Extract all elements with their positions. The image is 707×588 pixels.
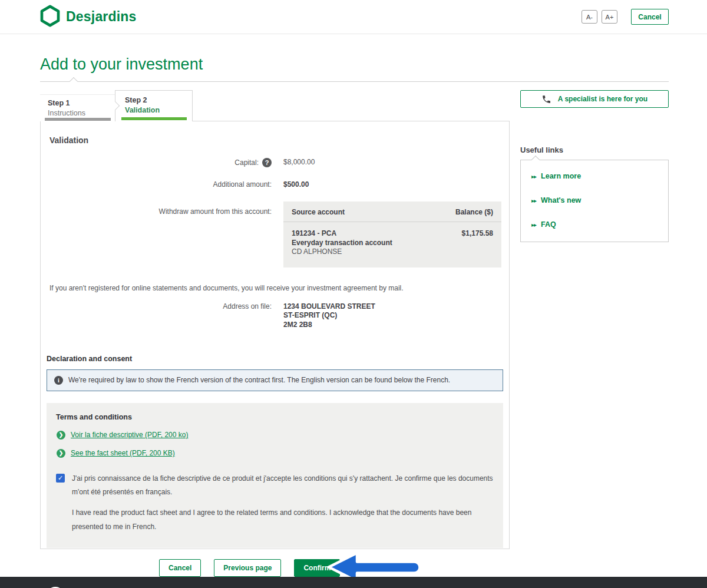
- link-arrow-icon: ❯: [57, 431, 65, 440]
- info-icon: i: [54, 376, 63, 385]
- fact-sheet-link-fr-row: ❯ Voir la fiche descriptive (PDF, 200 ko…: [57, 431, 494, 440]
- balance-column-header: Balance ($): [455, 208, 493, 216]
- account-number: 191234 - PCA: [292, 229, 392, 239]
- previous-page-button[interactable]: Previous page: [214, 559, 281, 577]
- desjardins-hexagon-icon: [40, 5, 60, 29]
- consent-text-english: I have read the product fact sheet and I…: [72, 506, 494, 534]
- fact-sheet-link-en-row: ❯ See the fact sheet (PDF, 200 KB): [57, 449, 494, 458]
- source-account-table: Source account Balance ($) 191234 - PCA …: [283, 201, 501, 267]
- account-balance: $1,175.58: [462, 229, 493, 257]
- tab-step-number: Step 1: [48, 99, 115, 107]
- capital-row: Capital: ? $8,000.00: [41, 158, 509, 167]
- tab1-progress-bar: [45, 118, 111, 121]
- legal-info-banner: i We're required by law to show the Fren…: [47, 369, 503, 391]
- validation-heading: Validation: [49, 136, 509, 145]
- address-line-1: 1234 BOULEVARD STREET: [283, 302, 375, 312]
- account-holder: CD ALPHONSE: [292, 247, 392, 257]
- source-account-column-header: Source account: [292, 208, 345, 216]
- useful-link-whats-new[interactable]: ▸▸ What's new: [531, 196, 658, 204]
- useful-links-heading: Useful links: [520, 146, 669, 154]
- additional-amount-value: $500.00: [283, 180, 309, 189]
- main-content: Add to your investment Step 1 Instructio…: [0, 34, 707, 577]
- address-line-3: 2M2 2B8: [283, 321, 375, 330]
- mail-notice-text: If you aren't registered for online stat…: [49, 284, 500, 292]
- table-row: 191234 - PCA Everyday transaction accoun…: [283, 222, 501, 267]
- useful-link-learn-more[interactable]: ▸▸ Learn more: [531, 172, 658, 180]
- top-bar: Desjardins A- A+ Cancel: [0, 0, 707, 34]
- action-buttons: Cancel Previous page Confirm: [159, 559, 510, 577]
- account-type: Everyday transaction account: [292, 239, 392, 248]
- tab-step-label: Instructions: [48, 109, 115, 117]
- useful-link-label: Learn more: [541, 172, 581, 180]
- tab2-progress-bar: [121, 117, 187, 120]
- terms-section: Terms and conditions ❯ Voir la fiche des…: [47, 403, 503, 549]
- tab-step1-instructions[interactable]: Step 1 Instructions: [40, 94, 115, 121]
- header-cancel-button[interactable]: Cancel: [631, 9, 669, 25]
- legal-info-text: We're required by law to show the French…: [68, 376, 450, 384]
- additional-amount-label: Additional amount:: [213, 180, 272, 189]
- desjardins-logo[interactable]: Desjardins: [40, 5, 137, 29]
- link-arrow-icon: ❯: [57, 449, 65, 458]
- specialist-button-label: A specialist is here for you: [558, 95, 647, 103]
- withdraw-account-row: Withdraw amount from this account: Sourc…: [41, 201, 509, 267]
- specialist-button[interactable]: A specialist is here for you: [520, 90, 669, 108]
- tab-step2-validation[interactable]: Step 2 Validation: [115, 90, 193, 121]
- double-arrow-icon: ▸▸: [531, 197, 536, 204]
- double-arrow-icon: ▸▸: [531, 222, 536, 228]
- font-size-increase-button[interactable]: A+: [602, 10, 617, 24]
- additional-amount-row: Additional amount: $500.00: [41, 180, 509, 189]
- consent-checkbox[interactable]: ✓: [56, 474, 65, 483]
- withdraw-account-label: Withdraw amount from this account:: [159, 207, 272, 216]
- address-label: Address on file:: [223, 302, 272, 310]
- useful-links-box: ▸▸ Learn more ▸▸ What's new ▸▸ FAQ: [520, 160, 669, 242]
- fact-sheet-link-fr[interactable]: Voir la fiche descriptive (PDF, 200 ko): [71, 431, 188, 439]
- address-row: Address on file: 1234 BOULEVARD STREET S…: [41, 302, 509, 330]
- declaration-heading: Declaration and consent: [47, 355, 509, 363]
- capital-value: $8,000.00: [283, 158, 315, 167]
- consent-text-french: J'ai pris connaissance de la fiche descr…: [72, 472, 494, 500]
- cancel-button[interactable]: Cancel: [159, 559, 201, 577]
- useful-link-label: FAQ: [541, 220, 556, 229]
- phone-icon: [541, 94, 551, 104]
- useful-link-faq[interactable]: ▸▸ FAQ: [531, 220, 658, 229]
- font-size-decrease-button[interactable]: A-: [582, 10, 597, 24]
- double-arrow-icon: ▸▸: [531, 173, 536, 180]
- address-line-2: ST-ESPRIT (QC): [283, 311, 375, 321]
- fact-sheet-link-en[interactable]: See the fact sheet (PDF, 200 KB): [71, 449, 175, 457]
- page-title: Add to your investment: [40, 55, 669, 74]
- capital-label: Capital:: [234, 158, 259, 167]
- title-divider: [40, 81, 669, 82]
- useful-link-label: What's new: [541, 196, 581, 204]
- validation-panel: Validation Capital: ? $8,000.00 Addition…: [40, 121, 510, 549]
- confirm-button[interactable]: Confirm: [294, 559, 340, 577]
- terms-heading: Terms and conditions: [56, 413, 494, 421]
- step-tabs: Step 1 Instructions Step 2 Validation: [40, 90, 510, 121]
- page-footer: Guaranteed 100% Secure © 1996-2025, Mouv…: [0, 577, 707, 588]
- tab-step-label: Validation: [125, 106, 192, 114]
- tab-step-number: Step 2: [125, 96, 192, 104]
- brand-name: Desjardins: [66, 9, 137, 25]
- capital-help-icon[interactable]: ?: [262, 158, 272, 167]
